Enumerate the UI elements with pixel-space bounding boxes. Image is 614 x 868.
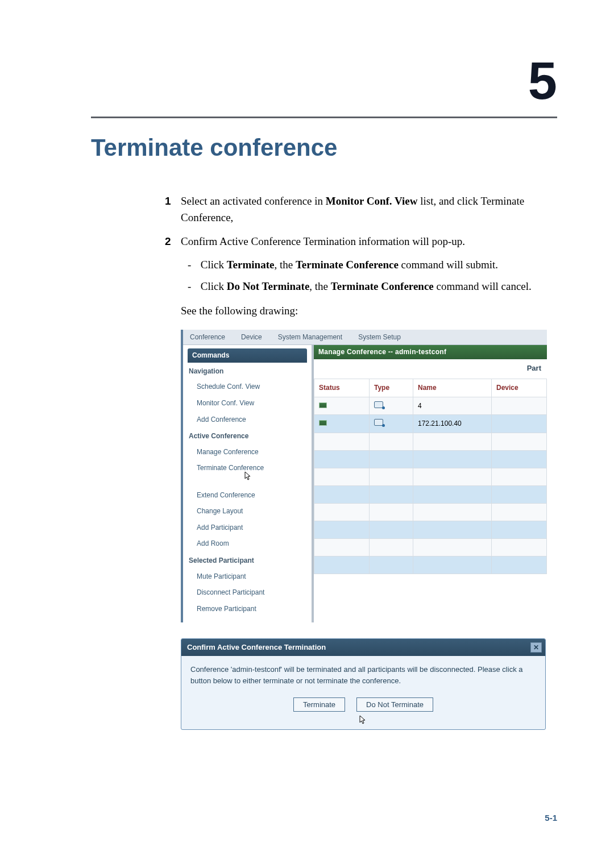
see-label: See the following drawing: (181, 302, 551, 319)
dash: - (188, 256, 198, 273)
col-name: Name (413, 379, 492, 397)
step-number: 1 (165, 193, 181, 209)
cmd-manage-conference[interactable]: Manage Conference (188, 444, 307, 460)
bold-text: Terminate (227, 259, 275, 271)
text: , the (309, 280, 330, 292)
cell-name: 172.21.100.40 (413, 415, 492, 433)
cmd-add-participant[interactable]: Add Participant (188, 520, 307, 536)
cmd-add-room[interactable]: Add Room (188, 535, 307, 552)
bold-text: Do Not Terminate (227, 280, 310, 292)
step-1: 1 Select an activated conference in Moni… (165, 193, 551, 226)
page-title: Terminate conference (91, 134, 557, 161)
page-number: 5-1 (545, 813, 557, 823)
page: 5 Terminate conference 1 Select an activ… (0, 0, 614, 868)
step-2: 2 Confirm Active Conference Termination … (165, 233, 551, 250)
cmd-remove-participant[interactable]: Remove Participant (188, 601, 307, 617)
dash: - (188, 278, 198, 294)
table-row (314, 503, 547, 521)
cell-type (370, 397, 413, 415)
nav-schedule-view[interactable]: Schedule Conf. View (188, 379, 307, 395)
sidebar: Commands Navigation Schedule Conf. View … (183, 345, 314, 622)
cell-name: 4 (413, 397, 492, 415)
cell-status (314, 397, 370, 415)
content-header: Manage Conference -- admin-testconf (314, 345, 547, 359)
chapter-number: 5 (91, 51, 557, 111)
status-connected-icon (319, 402, 327, 408)
menu-system-management[interactable]: System Management (278, 332, 342, 343)
cell-type (370, 415, 413, 433)
text: command will cancel. (434, 280, 532, 292)
text: Click (201, 280, 227, 292)
confirm-dialog: Confirm Active Conference Termination ✕ … (181, 638, 546, 729)
screenshot-app: Conference Device System Management Syst… (181, 330, 545, 730)
navigation-header: Navigation (188, 363, 307, 379)
commands-header: Commands (188, 348, 307, 363)
table-row (314, 433, 547, 450)
text: Click (201, 259, 227, 271)
main-split: Commands Navigation Schedule Conf. View … (183, 344, 547, 622)
table-row[interactable]: 172.21.100.40 (314, 415, 547, 433)
cursor-icon (181, 715, 545, 729)
step-text: Select an activated conference in Monito… (181, 193, 551, 226)
cmd-extend-conference[interactable]: Extend Conference (188, 487, 307, 504)
status-connected-icon (319, 420, 327, 426)
dialog-title: Confirm Active Conference Termination (187, 642, 326, 653)
active-conf-header: Active Conference (188, 427, 307, 444)
table-row (314, 521, 547, 538)
menubar: Conference Device System Management Syst… (183, 330, 547, 345)
body: 1 Select an activated conference in Moni… (165, 193, 551, 730)
dialog-body: Conference 'admin-testconf' will be term… (181, 656, 545, 697)
divider (91, 117, 557, 118)
dialog-header: Confirm Active Conference Termination ✕ (181, 639, 545, 656)
participants-table: Status Type Name Device 4 (314, 379, 547, 574)
text: Select an activated conference in (181, 195, 326, 207)
bold-text: Monitor Conf. View (326, 195, 418, 207)
menu-conference[interactable]: Conference (190, 332, 225, 343)
app-frame: Conference Device System Management Syst… (181, 330, 547, 623)
part-label: Part (314, 359, 547, 379)
selected-participant-header: Selected Participant (188, 552, 307, 568)
type-endpoint-icon (374, 401, 383, 408)
text: , the (274, 259, 295, 271)
cell-status (314, 415, 370, 433)
step-number: 2 (165, 233, 181, 250)
content-pane: Manage Conference -- admin-testconf Part… (314, 345, 547, 622)
cell-device (492, 415, 547, 433)
menu-system-setup[interactable]: System Setup (358, 332, 401, 343)
table-row (314, 450, 547, 468)
cell-device (492, 397, 547, 415)
cmd-change-layout[interactable]: Change Layout (188, 503, 307, 520)
cmd-disconnect-participant[interactable]: Disconnect Participant (188, 584, 307, 601)
bold-text: Terminate Conference (331, 280, 434, 292)
sub-a: - Click Terminate, the Terminate Confere… (188, 256, 551, 273)
nav-add-conference[interactable]: Add Conference (188, 412, 307, 428)
sub-b: - Click Do Not Terminate, the Terminate … (188, 278, 551, 294)
table-row (314, 468, 547, 485)
menu-device[interactable]: Device (241, 332, 262, 343)
col-status: Status (314, 379, 370, 397)
col-type: Type (370, 379, 413, 397)
bold-text: Terminate Conference (296, 259, 399, 271)
text: command will submit. (399, 259, 498, 271)
type-endpoint-icon (374, 419, 383, 426)
table-row (314, 485, 547, 503)
table-header-row: Status Type Name Device (314, 379, 547, 397)
table-row[interactable]: 4 (314, 397, 547, 415)
terminate-button[interactable]: Terminate (293, 697, 345, 712)
step-text: Confirm Active Conference Termination in… (181, 233, 551, 250)
nav-monitor-view[interactable]: Monitor Conf. View (188, 395, 307, 412)
table-row (314, 538, 547, 556)
close-icon[interactable]: ✕ (530, 642, 542, 653)
cursor-icon (244, 475, 251, 484)
table-row (314, 556, 547, 574)
do-not-terminate-button[interactable]: Do Not Terminate (356, 697, 433, 712)
col-device: Device (492, 379, 547, 397)
cmd-mute-participant[interactable]: Mute Participant (188, 568, 307, 585)
